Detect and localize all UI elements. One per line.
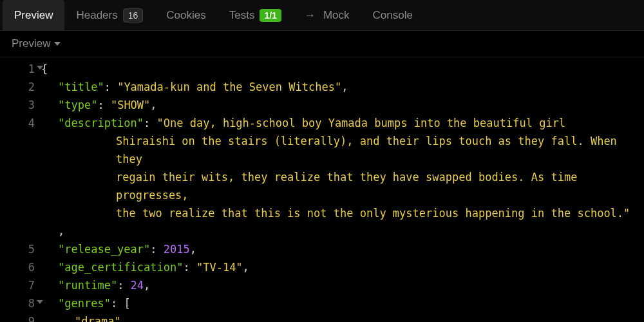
arrow-right-icon: → [305,9,316,22]
code-line: "drama", [41,312,644,322]
code-line: "genres": [ [41,294,644,312]
tab-headers-label: Headers [76,9,117,22]
line-number: 7 [0,276,41,294]
preview-mode-label: Preview [12,37,50,50]
tab-cookies-label: Cookies [166,9,205,22]
code-line: "description": "One day, high-school boy… [41,114,644,240]
code-line: "title": "Yamada-kun and the Seven Witch… [41,78,644,96]
code-line: { [41,60,644,78]
line-number: 5 [0,240,41,258]
code-line: "type": "SHOW", [41,96,644,114]
tab-console[interactable]: Console [361,0,424,30]
code-line: "age_certification": "TV-14", [41,258,644,276]
line-number: 3 [0,96,41,114]
response-tabs: Preview Headers 16 Cookies Tests 1/1 → M… [0,0,644,31]
code-line: "runtime": 24, [41,276,644,294]
json-preview: 1 { 2 "title": "Yamada-kun and the Seven… [0,57,644,322]
line-number: 6 [0,258,41,276]
tab-preview[interactable]: Preview [3,0,64,30]
code-line: "release_year": 2015, [41,240,644,258]
line-number: 1 [0,60,41,78]
tab-tests-label: Tests [229,9,255,22]
tab-mock-label: Mock [323,9,350,22]
headers-count-badge: 16 [123,8,144,23]
chevron-down-icon [54,42,61,46]
tab-cookies[interactable]: Cookies [155,0,217,30]
tab-tests[interactable]: Tests 1/1 [218,0,293,30]
tab-headers[interactable]: Headers 16 [64,0,155,30]
tab-console-label: Console [373,9,413,22]
tab-mock[interactable]: → Mock [293,0,361,30]
fold-toggle-icon[interactable] [37,300,43,304]
preview-mode-dropdown[interactable]: Preview [0,31,644,57]
line-number: 8 [0,294,41,312]
line-number: 4 [0,114,41,132]
tests-pass-badge: 1/1 [260,9,281,22]
fold-toggle-icon[interactable] [37,66,43,70]
tab-preview-label: Preview [14,9,53,22]
line-number: 9 [0,312,41,322]
line-number: 2 [0,78,41,96]
